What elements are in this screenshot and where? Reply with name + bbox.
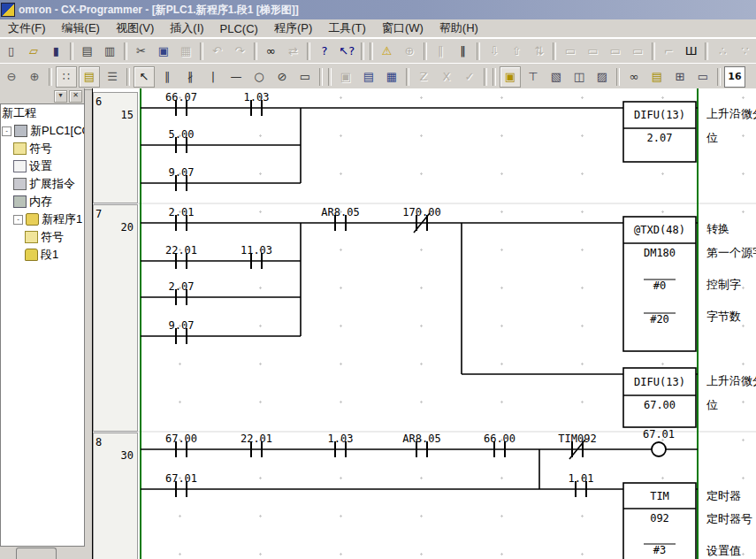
tree-item-符号[interactable]: 符号	[1, 140, 84, 157]
no-contact-2.07[interactable]: 2.07	[169, 280, 195, 305]
tree-expander-icon[interactable]: -	[13, 215, 23, 225]
debug-mode-button[interactable]: ▭	[605, 41, 625, 62]
symbol-table-button[interactable]: ▤	[358, 66, 379, 88]
no-contact-11.03[interactable]: 11.03	[241, 244, 272, 269]
no-contact-1.03[interactable]: 1.03	[328, 433, 354, 457]
monitor-mode-button[interactable]: ▭	[583, 41, 603, 62]
nc-contact-170.00[interactable]: 170.00	[402, 206, 440, 233]
menu-7[interactable]: 窗口(W)	[374, 19, 431, 37]
pause-button[interactable]: ‖	[453, 41, 473, 62]
new-closed-coil-button[interactable]: ⊘	[271, 66, 293, 88]
ladder-diagram-view[interactable]: 61572083066.071.035.009.072.01AR8.05170.…	[92, 88, 756, 559]
find-button[interactable]: ∞	[261, 41, 281, 62]
no-contact-1.01[interactable]: 1.01	[569, 472, 594, 497]
transfer-from-plc-button[interactable]: ⇧	[507, 41, 527, 62]
rung-comment-button[interactable]: ▤	[79, 66, 100, 88]
monitor-16bit-button[interactable]: 16	[724, 66, 745, 88]
nc-contact-TIM092[interactable]: TIM092	[558, 433, 596, 459]
no-contact-22.01[interactable]: 22.01	[241, 433, 272, 457]
cut-button[interactable]: ✂	[131, 41, 151, 62]
save-button[interactable]: ▮	[46, 41, 66, 62]
instruction-block-DIFU(13)[interactable]: DIFU(13)2.07	[623, 102, 696, 162]
no-contact-1.03[interactable]: 1.03	[244, 91, 270, 116]
open-button[interactable]: ▱	[23, 41, 43, 62]
no-contact-9.07[interactable]: 9.07	[169, 319, 195, 344]
new-button[interactable]: ▯	[1, 41, 21, 62]
menu-6[interactable]: 工具(T)	[320, 19, 374, 37]
tree-item-新工程[interactable]: 新工程	[1, 104, 84, 122]
no-contact-66.07[interactable]: 66.07	[165, 91, 197, 116]
help-button[interactable]: ?	[314, 41, 334, 62]
replace-button[interactable]: ⇄	[283, 41, 303, 62]
output-window-button[interactable]: ⊤	[523, 66, 544, 88]
time-chart-monitor-button[interactable]: Ш	[681, 41, 701, 62]
undo-button[interactable]: ↶	[207, 41, 227, 62]
new-closed-contact-button[interactable]: ∦	[179, 66, 201, 88]
copy-button[interactable]: ▣	[153, 41, 173, 62]
sort-z-button[interactable]: Z	[413, 66, 434, 88]
no-contact-67.00[interactable]: 67.00	[165, 433, 197, 457]
no-contact-9.07[interactable]: 9.07	[169, 166, 195, 191]
menu-3[interactable]: 插入(I)	[162, 19, 211, 37]
no-contact-2.01[interactable]: 2.01	[169, 206, 195, 231]
sort-x-button[interactable]: X	[436, 66, 457, 88]
vertical-line-button[interactable]: |	[202, 66, 224, 88]
compile-button[interactable]: ⚠	[377, 41, 397, 62]
run-mode-button[interactable]: ▭	[560, 41, 580, 62]
pause-monitor-button[interactable]: ‖	[431, 41, 451, 62]
instruction-block-TIM[interactable]: TIM092#3	[623, 483, 696, 559]
rung-list-button[interactable]: ☰	[102, 66, 123, 88]
tree-expander-icon[interactable]: -	[2, 126, 11, 136]
project-window-button[interactable]: ▣	[500, 66, 521, 88]
tree-item-内存[interactable]: 内存	[1, 193, 84, 211]
menu-0[interactable]: 文件(F)	[0, 19, 54, 37]
zoom-in-button[interactable]: ⊕	[24, 66, 45, 88]
watch-window-button[interactable]: ▧	[546, 66, 567, 88]
context-help-button[interactable]: ↖?	[337, 41, 357, 62]
program-mode-button[interactable]: ▭	[627, 41, 647, 62]
new-instruction-button[interactable]: ▭	[294, 66, 316, 88]
no-contact-5.00[interactable]: 5.00	[169, 128, 195, 153]
menu-4[interactable]: PLC(C)	[212, 21, 266, 36]
instruction-block-DIFU(13)[interactable]: DIFU(13)67.00	[623, 368, 696, 427]
step-run-button[interactable]: ⌐	[659, 41, 679, 62]
no-contact-22.01[interactable]: 22.01	[165, 244, 197, 269]
tree-item-新程序1[interactable]: -新程序1	[1, 211, 84, 228]
compare-with-plc-button[interactable]: ⇅	[529, 41, 549, 62]
zoom-out-button[interactable]: ⊖	[1, 66, 22, 88]
close-icon[interactable]: ✕	[69, 90, 82, 103]
program-check-button[interactable]: ⊞	[669, 66, 691, 88]
new-coil-button[interactable]: ○	[248, 66, 270, 88]
print-preview-button[interactable]: ▥	[99, 41, 119, 62]
cycle-time-button[interactable]: ∴	[712, 41, 732, 62]
tree-item-符号[interactable]: 符号	[1, 228, 84, 246]
menu-1[interactable]: 编辑(E)	[54, 19, 108, 37]
print-button[interactable]: ▤	[77, 41, 97, 62]
online-work-button[interactable]: ⊕	[399, 41, 419, 62]
workspace-tab[interactable]	[16, 548, 57, 559]
plc-clock-button[interactable]: ∵	[735, 41, 755, 62]
output-coil-67.01[interactable]: 67.01	[643, 428, 675, 456]
menu-5[interactable]: 程序(P)	[266, 19, 320, 37]
chevron-down-icon[interactable]: ▾	[54, 90, 67, 103]
paste-button[interactable]: ▦	[176, 41, 196, 62]
properties-window-button[interactable]: ▨	[592, 66, 613, 88]
menu-2[interactable]: 视图(V)	[108, 19, 162, 37]
monitor-io-button[interactable]: ▣	[335, 66, 356, 88]
transfer-to-plc-button[interactable]: ⇩	[484, 41, 504, 62]
tree-item-设置[interactable]: 设置	[1, 157, 84, 175]
address-reference-button[interactable]: ∞	[623, 66, 645, 88]
instruction-block-@TXD(48)[interactable]: @TXD(48)DM180#0#20	[623, 217, 696, 351]
rung-margin[interactable]	[94, 205, 138, 432]
dialog-view-button[interactable]: ▭	[692, 66, 714, 88]
io-table-button[interactable]: ▦	[381, 66, 402, 88]
menu-8[interactable]: 帮助(H)	[431, 19, 486, 37]
no-contact-66.00[interactable]: 66.00	[484, 433, 515, 457]
tree-item-新PLC1[CQM1][interactable]: -新PLC1[CQM1]	[1, 122, 84, 140]
redo-button[interactable]: ↷	[229, 41, 249, 62]
no-contact-AR8.05[interactable]: AR8.05	[321, 206, 359, 231]
no-contact-AR8.05[interactable]: AR8.05	[402, 433, 440, 457]
cross-reference-button[interactable]: ◫	[569, 66, 590, 88]
sort-check-button[interactable]: ✓	[459, 66, 480, 88]
new-contact-button[interactable]: ∥	[157, 66, 178, 88]
